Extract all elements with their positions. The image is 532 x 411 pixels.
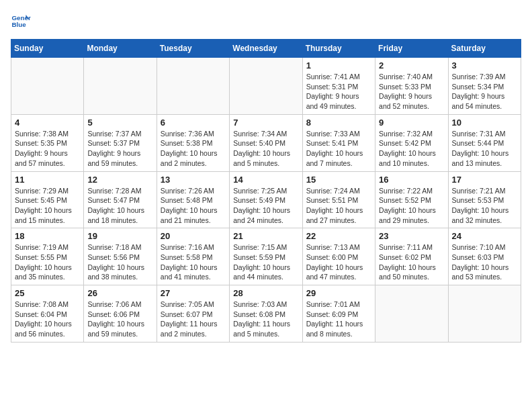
day-number: 8: [306, 118, 371, 128]
day-info: Sunrise: 7:06 AM Sunset: 6:06 PM Dayligh…: [87, 300, 152, 339]
day-info: Sunrise: 7:15 AM Sunset: 5:59 PM Dayligh…: [233, 242, 298, 282]
calendar-cell: [448, 285, 521, 342]
day-info: Sunrise: 7:31 AM Sunset: 5:44 PM Dayligh…: [452, 129, 517, 169]
day-number: 2: [379, 60, 444, 71]
day-info: Sunrise: 7:37 AM Sunset: 5:37 PM Dayligh…: [87, 129, 152, 169]
day-number: 5: [87, 118, 152, 128]
day-number: 26: [87, 288, 152, 298]
calendar-cell: 13Sunrise: 7:26 AM Sunset: 5:48 PM Dayli…: [157, 171, 229, 228]
day-number: 7: [233, 118, 298, 128]
day-info: Sunrise: 7:16 AM Sunset: 5:58 PM Dayligh…: [161, 242, 226, 282]
day-info: Sunrise: 7:18 AM Sunset: 5:56 PM Dayligh…: [87, 242, 152, 282]
calendar-cell: [375, 285, 448, 342]
calendar-cell: 6Sunrise: 7:36 AM Sunset: 5:38 PM Daylig…: [157, 114, 229, 171]
calendar-cell: 29Sunrise: 7:01 AM Sunset: 6:09 PM Dayli…: [302, 285, 375, 342]
day-number: 10: [452, 118, 517, 128]
logo-icon: General Blue: [11, 11, 31, 31]
logo: General Blue: [11, 11, 34, 31]
day-number: 11: [15, 175, 80, 185]
day-info: Sunrise: 7:33 AM Sunset: 5:41 PM Dayligh…: [306, 129, 371, 169]
day-info: Sunrise: 7:05 AM Sunset: 6:07 PM Dayligh…: [161, 300, 226, 339]
day-number: 18: [15, 231, 80, 241]
calendar-cell: 10Sunrise: 7:31 AM Sunset: 5:44 PM Dayli…: [448, 114, 521, 171]
page-header: General Blue: [11, 11, 521, 31]
svg-text:Blue: Blue: [12, 21, 27, 28]
weekday-header-wednesday: Wednesday: [230, 40, 302, 58]
day-info: Sunrise: 7:03 AM Sunset: 6:08 PM Dayligh…: [233, 300, 298, 339]
day-number: 9: [379, 118, 444, 128]
calendar-cell: 11Sunrise: 7:29 AM Sunset: 5:45 PM Dayli…: [11, 171, 84, 228]
calendar-cell: 14Sunrise: 7:25 AM Sunset: 5:49 PM Dayli…: [230, 171, 302, 228]
calendar-cell: 26Sunrise: 7:06 AM Sunset: 6:06 PM Dayli…: [84, 285, 157, 342]
weekday-header-sunday: Sunday: [11, 40, 84, 58]
weekday-header-saturday: Saturday: [448, 40, 521, 58]
calendar-cell: [230, 58, 302, 115]
calendar-cell: 25Sunrise: 7:08 AM Sunset: 6:04 PM Dayli…: [11, 285, 84, 342]
day-info: Sunrise: 7:34 AM Sunset: 5:40 PM Dayligh…: [233, 129, 298, 169]
calendar-cell: 15Sunrise: 7:24 AM Sunset: 5:51 PM Dayli…: [302, 171, 375, 228]
calendar-cell: 9Sunrise: 7:32 AM Sunset: 5:42 PM Daylig…: [375, 114, 448, 171]
day-number: 21: [233, 231, 298, 241]
day-info: Sunrise: 7:40 AM Sunset: 5:33 PM Dayligh…: [379, 72, 444, 111]
day-number: 14: [233, 175, 298, 185]
calendar-week-2: 4Sunrise: 7:38 AM Sunset: 5:35 PM Daylig…: [11, 114, 521, 171]
calendar-cell: 28Sunrise: 7:03 AM Sunset: 6:08 PM Dayli…: [230, 285, 302, 342]
day-number: 19: [87, 231, 152, 241]
day-number: 20: [161, 231, 226, 241]
calendar-cell: 27Sunrise: 7:05 AM Sunset: 6:07 PM Dayli…: [157, 285, 229, 342]
day-number: 29: [306, 288, 371, 298]
day-number: 12: [87, 175, 152, 185]
calendar-cell: 7Sunrise: 7:34 AM Sunset: 5:40 PM Daylig…: [230, 114, 302, 171]
day-info: Sunrise: 7:38 AM Sunset: 5:35 PM Dayligh…: [15, 129, 80, 169]
day-info: Sunrise: 7:39 AM Sunset: 5:34 PM Dayligh…: [452, 72, 517, 111]
day-number: 27: [161, 288, 226, 298]
day-info: Sunrise: 7:21 AM Sunset: 5:53 PM Dayligh…: [452, 186, 517, 226]
weekday-header-tuesday: Tuesday: [157, 40, 229, 58]
day-number: 1: [306, 60, 371, 71]
day-number: 16: [379, 175, 444, 185]
weekday-header-monday: Monday: [84, 40, 157, 58]
day-info: Sunrise: 7:26 AM Sunset: 5:48 PM Dayligh…: [161, 186, 226, 226]
day-info: Sunrise: 7:19 AM Sunset: 5:55 PM Dayligh…: [15, 242, 80, 282]
day-info: Sunrise: 7:36 AM Sunset: 5:38 PM Dayligh…: [161, 129, 226, 169]
day-info: Sunrise: 7:13 AM Sunset: 6:00 PM Dayligh…: [306, 242, 371, 282]
day-number: 15: [306, 175, 371, 185]
weekday-header-thursday: Thursday: [302, 40, 375, 58]
calendar-week-1: 1Sunrise: 7:41 AM Sunset: 5:31 PM Daylig…: [11, 58, 521, 115]
day-info: Sunrise: 7:01 AM Sunset: 6:09 PM Dayligh…: [306, 300, 371, 339]
calendar-cell: 20Sunrise: 7:16 AM Sunset: 5:58 PM Dayli…: [157, 228, 229, 285]
day-info: Sunrise: 7:29 AM Sunset: 5:45 PM Dayligh…: [15, 186, 80, 226]
calendar-cell: 21Sunrise: 7:15 AM Sunset: 5:59 PM Dayli…: [230, 228, 302, 285]
day-number: 6: [161, 118, 226, 128]
calendar-cell: 24Sunrise: 7:10 AM Sunset: 6:03 PM Dayli…: [448, 228, 521, 285]
svg-text:General: General: [12, 14, 32, 21]
day-number: 25: [15, 288, 80, 298]
day-info: Sunrise: 7:41 AM Sunset: 5:31 PM Dayligh…: [306, 72, 371, 111]
calendar-cell: 2Sunrise: 7:40 AM Sunset: 5:33 PM Daylig…: [375, 58, 448, 115]
calendar-cell: 3Sunrise: 7:39 AM Sunset: 5:34 PM Daylig…: [448, 58, 521, 115]
calendar-cell: 12Sunrise: 7:28 AM Sunset: 5:47 PM Dayli…: [84, 171, 157, 228]
calendar-cell: [11, 58, 84, 115]
day-number: 17: [452, 175, 517, 185]
day-number: 4: [15, 118, 80, 128]
day-info: Sunrise: 7:22 AM Sunset: 5:52 PM Dayligh…: [379, 186, 444, 226]
day-info: Sunrise: 7:24 AM Sunset: 5:51 PM Dayligh…: [306, 186, 371, 226]
weekday-header-friday: Friday: [375, 40, 448, 58]
calendar-cell: 23Sunrise: 7:11 AM Sunset: 6:02 PM Dayli…: [375, 228, 448, 285]
calendar-week-3: 11Sunrise: 7:29 AM Sunset: 5:45 PM Dayli…: [11, 171, 521, 228]
calendar-cell: 18Sunrise: 7:19 AM Sunset: 5:55 PM Dayli…: [11, 228, 84, 285]
day-number: 22: [306, 231, 371, 241]
day-info: Sunrise: 7:32 AM Sunset: 5:42 PM Dayligh…: [379, 129, 444, 169]
calendar-cell: [157, 58, 229, 115]
calendar-cell: 1Sunrise: 7:41 AM Sunset: 5:31 PM Daylig…: [302, 58, 375, 115]
calendar-week-4: 18Sunrise: 7:19 AM Sunset: 5:55 PM Dayli…: [11, 228, 521, 285]
weekday-header-row: SundayMondayTuesdayWednesdayThursdayFrid…: [11, 40, 521, 58]
day-number: 3: [452, 60, 517, 71]
day-number: 24: [452, 231, 517, 241]
calendar-cell: 16Sunrise: 7:22 AM Sunset: 5:52 PM Dayli…: [375, 171, 448, 228]
calendar-cell: [84, 58, 157, 115]
calendar-cell: 5Sunrise: 7:37 AM Sunset: 5:37 PM Daylig…: [84, 114, 157, 171]
day-info: Sunrise: 7:08 AM Sunset: 6:04 PM Dayligh…: [15, 300, 80, 339]
day-number: 13: [161, 175, 226, 185]
day-info: Sunrise: 7:28 AM Sunset: 5:47 PM Dayligh…: [87, 186, 152, 226]
